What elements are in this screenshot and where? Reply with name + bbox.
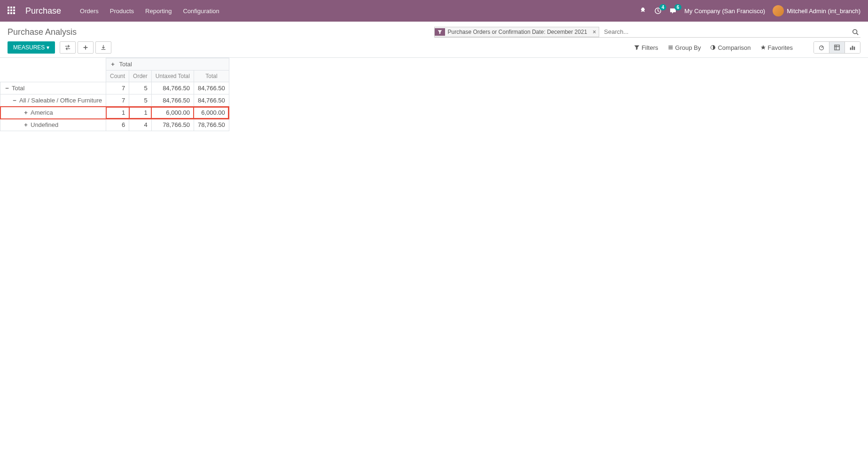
filter-icon	[435, 28, 445, 36]
pivot-cell[interactable]: 6	[106, 119, 129, 131]
plus-icon[interactable]: +	[23, 109, 29, 116]
measure-count[interactable]: Count	[106, 71, 129, 82]
pivot-row: −Total7584,766.5084,766.50	[0, 82, 229, 94]
pivot-cell[interactable]: 84,766.50	[151, 82, 194, 94]
avatar	[773, 5, 784, 16]
pivot-row-header[interactable]: −All / Saleable / Office Furniture	[0, 94, 106, 107]
download-button[interactable]	[95, 41, 111, 54]
svg-rect-5	[850, 47, 852, 50]
search-bar[interactable]: Purchase Orders or Confirmation Date: De…	[434, 26, 861, 38]
pivot-row-header[interactable]: −Total	[0, 82, 106, 94]
plus-icon[interactable]: +	[110, 61, 116, 68]
star-icon	[760, 45, 766, 50]
control-panel: Purchase Analysis Purchase Orders or Con…	[0, 22, 868, 58]
messages-icon[interactable]: 6	[669, 7, 677, 15]
pivot-cell[interactable]: 5	[129, 94, 152, 107]
pivot-row-label: Undefined	[31, 121, 58, 128]
pivot-row: +Undefined6478,766.5078,766.50	[0, 119, 229, 131]
measure-order[interactable]: Order	[129, 71, 152, 82]
chevron-down-icon: ▾	[47, 44, 49, 51]
pivot-row-label: Total	[12, 85, 24, 92]
pivot-cell[interactable]: 7	[106, 94, 129, 107]
pivot-row-header[interactable]: +America	[0, 107, 106, 119]
filter-icon	[634, 45, 640, 50]
measures-label: MEASURES	[13, 44, 45, 51]
user-name: Mitchell Admin (int_branch)	[787, 8, 860, 15]
messages-badge: 6	[674, 4, 682, 10]
pivot-cell[interactable]: 6,000.00	[194, 107, 229, 119]
bug-icon[interactable]	[639, 7, 647, 15]
pivot-row-header[interactable]: +Undefined	[0, 119, 106, 131]
top-nav: Purchase Orders Products Reporting Confi…	[0, 0, 868, 22]
nav-products[interactable]: Products	[110, 8, 134, 15]
activities-badge: 4	[659, 4, 667, 10]
comparison-dropdown[interactable]: Comparison	[710, 44, 751, 51]
list-icon	[668, 45, 673, 50]
svg-rect-6	[852, 46, 853, 50]
view-graph-button[interactable]	[845, 42, 860, 53]
pivot-row-label: All / Saleable / Office Furniture	[19, 97, 102, 104]
search-icon[interactable]	[850, 27, 860, 37]
pivot-cell[interactable]: 1	[106, 107, 129, 119]
pivot-col-header-total[interactable]: + Total	[106, 58, 229, 71]
plus-icon[interactable]: +	[23, 121, 29, 128]
view-pivot-button[interactable]	[829, 42, 845, 53]
measure-untaxed[interactable]: Untaxed Total	[151, 71, 194, 82]
apps-icon[interactable]	[8, 7, 16, 15]
activities-icon[interactable]: 4	[654, 7, 662, 15]
pivot-cell[interactable]: 6,000.00	[151, 107, 194, 119]
nav-orders[interactable]: Orders	[80, 8, 99, 15]
nav-reporting[interactable]: Reporting	[145, 8, 172, 15]
minus-icon[interactable]: −	[4, 85, 10, 92]
pivot-cell[interactable]: 84,766.50	[194, 82, 229, 94]
page-title: Purchase Analysis	[8, 27, 77, 37]
pivot-row: +America116,000.006,000.00	[0, 107, 229, 119]
pivot-cell[interactable]: 78,766.50	[194, 119, 229, 131]
user-menu[interactable]: Mitchell Admin (int_branch)	[773, 5, 860, 16]
pivot-cell[interactable]: 78,766.50	[151, 119, 194, 131]
company-name[interactable]: My Company (San Francisco)	[684, 8, 765, 15]
pivot-cell[interactable]: 5	[129, 82, 152, 94]
pivot-cell[interactable]: 7	[106, 82, 129, 94]
contrast-icon	[710, 45, 716, 50]
pivot-cell[interactable]: 84,766.50	[151, 94, 194, 107]
filters-dropdown[interactable]: Filters	[634, 44, 658, 51]
pivot-table-container: + Total Count Order Untaxed Total Total …	[0, 58, 868, 131]
nav-configuration[interactable]: Configuration	[183, 8, 219, 15]
app-brand[interactable]: Purchase	[25, 6, 61, 16]
facet-remove[interactable]: ×	[590, 27, 599, 37]
groupby-dropdown[interactable]: Group By	[668, 44, 701, 51]
search-input[interactable]	[602, 26, 850, 37]
measures-button[interactable]: MEASURES ▾	[8, 41, 55, 54]
svg-point-1	[853, 29, 857, 33]
svg-rect-7	[854, 47, 855, 50]
expand-all-button[interactable]	[78, 41, 94, 54]
view-switcher	[813, 41, 860, 54]
flip-axis-button[interactable]	[60, 41, 76, 54]
nav-right: 4 6 My Company (San Francisco) Mitchell …	[639, 5, 860, 16]
favorites-dropdown[interactable]: Favorites	[760, 44, 793, 51]
svg-rect-4	[835, 45, 840, 50]
pivot-table: + Total Count Order Untaxed Total Total …	[0, 58, 229, 131]
search-facet: Purchase Orders or Confirmation Date: De…	[434, 27, 600, 37]
minus-icon[interactable]: −	[12, 97, 17, 104]
pivot-row: −All / Saleable / Office Furniture7584,7…	[0, 94, 229, 107]
pivot-cell[interactable]: 4	[129, 119, 152, 131]
pivot-row-label: America	[31, 109, 53, 116]
facet-label: Purchase Orders or Confirmation Date: De…	[445, 27, 590, 37]
view-dashboard-button[interactable]	[814, 42, 829, 53]
pivot-cell[interactable]: 1	[129, 107, 152, 119]
nav-menu: Orders Products Reporting Configuration	[80, 8, 219, 15]
pivot-cell[interactable]: 84,766.50	[194, 94, 229, 107]
measure-total[interactable]: Total	[194, 71, 229, 82]
